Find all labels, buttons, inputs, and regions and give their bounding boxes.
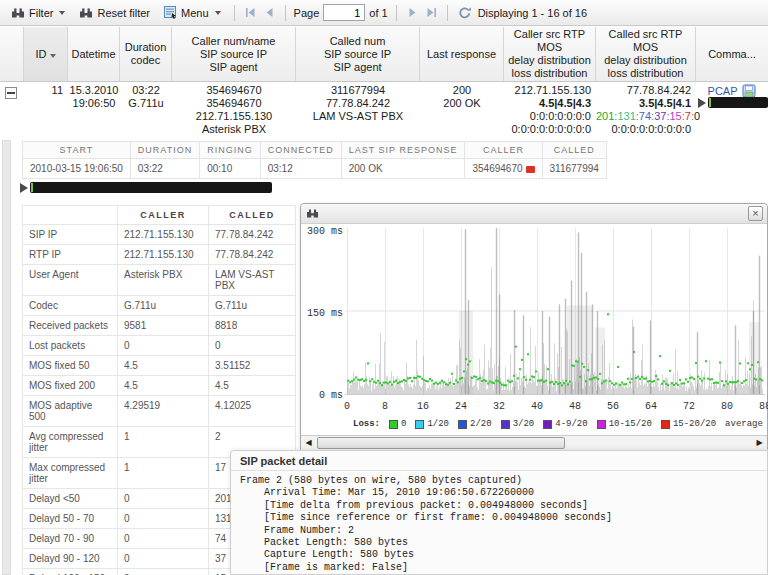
- reset-filter-button[interactable]: Reset filter: [74, 5, 155, 21]
- rtp-stats-row: MOS fixed 200 4.5 4.5: [23, 376, 296, 396]
- header-comment[interactable]: Comma...: [696, 27, 768, 81]
- stat-called-value: 4.5: [209, 376, 296, 396]
- next-page-button[interactable]: [405, 6, 420, 19]
- binoculars-icon: [11, 7, 25, 19]
- x-tick-label: 88: [759, 401, 768, 412]
- stat-caller-value: 4.5: [118, 376, 209, 396]
- chart-titlebar[interactable]: [301, 204, 767, 224]
- cell-comment: PCAP: [696, 82, 768, 137]
- summary-ringing: 00:10: [200, 159, 261, 179]
- stat-caller-value: 0: [118, 549, 209, 569]
- rtp-stats-header: CALLER CALLED: [23, 206, 296, 225]
- chevron-down-icon: [215, 11, 221, 15]
- page-input[interactable]: [323, 4, 365, 21]
- stat-caller-value: 0: [118, 529, 209, 549]
- close-icon[interactable]: ×: [748, 206, 763, 221]
- legend-suffix: average pac: [725, 419, 765, 429]
- ytick-0: 0 ms: [303, 390, 343, 401]
- x-tick-label: 32: [493, 401, 505, 412]
- collapse-row-icon[interactable]: [5, 87, 17, 99]
- sort-desc-icon: [50, 54, 56, 58]
- summary-duration: 03:22: [130, 159, 199, 179]
- cell-last-response: 200 200 OK: [420, 82, 504, 137]
- header-caller-rtp-mos[interactable]: Caller src RTP MOS delay distribution lo…: [504, 27, 596, 81]
- cell-called: 311677994 77.78.84.242 LAM VS-AST PBX: [296, 82, 420, 137]
- stat-label: Delayd <50: [23, 489, 118, 509]
- scrollbar-thumb[interactable]: [317, 437, 565, 449]
- stat-caller-value: Asterisk PBX: [118, 265, 209, 296]
- rtp-stats-row: MOS fixed 50 4.5 3.51152: [23, 356, 296, 376]
- scroll-right-arrow[interactable]: ▶: [752, 436, 767, 450]
- audio-progress-bar[interactable]: [30, 182, 272, 193]
- stat-label: Delayd 90 - 120: [23, 549, 118, 569]
- refresh-button[interactable]: [456, 5, 474, 20]
- column-called: CALLED: [209, 206, 296, 225]
- x-tick-label: 8: [382, 401, 388, 412]
- first-page-button[interactable]: [243, 6, 258, 19]
- stat-caller-value: G.711u: [118, 296, 209, 316]
- legend-label: Loss:: [353, 419, 380, 429]
- stat-called-value: LAM VS-AST PBX: [209, 265, 296, 296]
- audio-progress-bar[interactable]: [708, 97, 768, 108]
- legend-swatch: [415, 420, 424, 429]
- call-record-row[interactable]: 11 15.3.2010 19:06:50 03:22 G.711u 35469…: [0, 82, 768, 137]
- ytick-300: 300 ms: [303, 226, 343, 237]
- column-caller: CALLER: [118, 206, 209, 225]
- header-called[interactable]: Called num SIP source IP SIP agent: [296, 27, 420, 81]
- prev-page-button[interactable]: [262, 6, 277, 19]
- last-page-button[interactable]: [424, 6, 439, 19]
- stat-caller-value: 1: [118, 427, 209, 458]
- legend-swatch: [458, 420, 467, 429]
- menu-icon: [164, 6, 177, 19]
- stat-called-value: 77.78.84.242: [209, 245, 296, 265]
- summary-called: 311677994: [542, 159, 606, 179]
- summary-connected: 03:12: [260, 159, 341, 179]
- summary-start: 2010-03-15 19:06:50: [23, 159, 131, 179]
- save-pcap-icon[interactable]: [742, 84, 756, 98]
- header-caller[interactable]: Caller num/name SIP source IP SIP agent: [172, 27, 296, 81]
- header-called-rtp-mos[interactable]: Called src RTP MOS delay distribution lo…: [596, 27, 696, 81]
- rtp-stats-row: Lost packets 0 0: [23, 336, 296, 356]
- rtp-stats-row: User Agent Asterisk PBX LAM VS-AST PBX: [23, 265, 296, 296]
- legend-item: 0: [389, 419, 406, 429]
- rtp-stats-row: SIP IP 212.71.155.130 77.78.84.242: [23, 225, 296, 245]
- row-audio-player: [698, 97, 768, 108]
- scroll-left-arrow[interactable]: ◀: [301, 436, 316, 450]
- header-duration-codec[interactable]: Duration codec: [120, 27, 172, 81]
- stat-label: Avg compressed jitter: [23, 427, 118, 458]
- header-datetime[interactable]: Datetime: [68, 27, 120, 81]
- stat-caller-value: 212.71.155.130: [118, 225, 209, 245]
- header-id[interactable]: ID: [24, 27, 68, 81]
- call-summary-table: START DURATION RINGING CONNECTED LAST SI…: [22, 141, 607, 179]
- sip-packet-text: Frame 2 (580 bytes on wire, 580 bytes ca…: [231, 471, 767, 575]
- stat-called-value: G.711u: [209, 296, 296, 316]
- pcap-link[interactable]: PCAP: [708, 85, 738, 97]
- stat-label: MOS adaptive 500: [23, 396, 118, 427]
- legend-item: 15-20/20: [661, 419, 716, 429]
- x-tick-label: 40: [531, 401, 543, 412]
- legend-swatch: [597, 420, 606, 429]
- menu-button[interactable]: Menu: [159, 4, 226, 21]
- stat-caller-value: 4.5: [118, 356, 209, 376]
- chart-legend: Loss: 01/202/203/204-9/2010-15/2015-20/2…: [353, 419, 765, 429]
- legend-item: 2/20: [458, 419, 492, 429]
- filter-button-label: Filter: [29, 7, 53, 19]
- play-icon[interactable]: [20, 183, 28, 193]
- displaying-status: Displaying 1 - 16 of 16: [478, 7, 587, 19]
- filter-button[interactable]: Filter: [6, 5, 70, 21]
- cell-datetime: 15.3.2010 19:06:50: [68, 82, 120, 137]
- legend-swatch: [543, 420, 552, 429]
- x-tick-label: 16: [417, 401, 429, 412]
- stat-label: MOS fixed 200: [23, 376, 118, 396]
- jitter-chart-panel: × 300 ms 150 ms 0 ms 0816243240485664728…: [300, 203, 768, 450]
- stat-called-value: 77.78.84.242: [209, 225, 296, 245]
- stat-label: Delayd 120 - 150: [23, 569, 118, 575]
- jitter-plot: [345, 226, 765, 398]
- legend-swatch: [389, 420, 398, 429]
- stat-called-value: 3.51152: [209, 356, 296, 376]
- toolbar-separator: [234, 5, 235, 21]
- cell-caller: 354694670 354694670 212.71.155.130 Aster…: [172, 82, 296, 137]
- play-icon[interactable]: [698, 98, 706, 108]
- toolbar: Filter Reset filter Menu Page of 1 Displ…: [0, 0, 768, 26]
- header-last-response[interactable]: Last response: [420, 27, 504, 81]
